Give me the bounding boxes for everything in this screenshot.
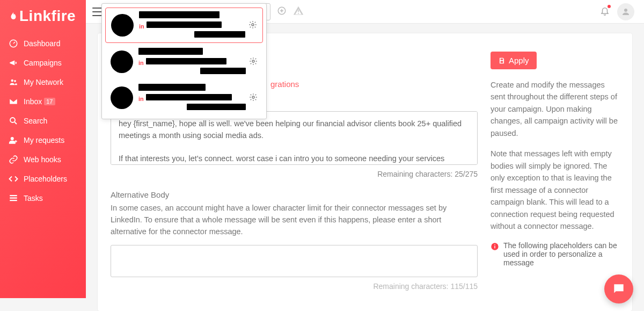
account-option[interactable]: in xyxy=(105,8,263,43)
sidebar-item-label: My Network xyxy=(24,78,63,86)
code-icon xyxy=(8,174,19,184)
sidebar-item-campaigns[interactable]: Campaigns xyxy=(0,54,86,73)
user-icon xyxy=(621,7,631,17)
brand-logo: Linkfire xyxy=(0,0,86,34)
sidebar-item-label: Tasks xyxy=(24,194,43,202)
account-avatar xyxy=(111,50,133,73)
gear-icon[interactable] xyxy=(249,57,258,67)
sidebar-item-tasks[interactable]: Tasks xyxy=(0,189,86,208)
chat-icon xyxy=(612,282,626,296)
user-plus-icon xyxy=(8,135,19,145)
svg-point-15 xyxy=(252,24,254,26)
warning-icon[interactable] xyxy=(293,5,304,18)
sidebar-item-requests[interactable]: My requests xyxy=(0,131,86,150)
side-description-2: Note that messages left with empty bodie… xyxy=(491,148,619,232)
sidebar-item-search[interactable]: Search xyxy=(0,112,86,131)
sidebar-item-label: Dashboard xyxy=(24,39,61,48)
search-icon xyxy=(8,116,19,126)
sidebar-item-label: Placeholders xyxy=(24,175,67,183)
sidebar-item-dashboard[interactable]: Dashboard xyxy=(0,34,86,54)
gear-icon[interactable] xyxy=(249,93,258,103)
body-char-count: Remaining characters: 25/275 xyxy=(111,170,478,178)
sidebar-item-webhooks[interactable]: Web hooks xyxy=(0,150,86,170)
svg-rect-5 xyxy=(10,195,17,196)
apply-button-label: Apply xyxy=(509,56,529,65)
notifications-button[interactable] xyxy=(600,6,610,17)
account-avatar xyxy=(111,14,134,37)
sidebar-item-label: Campaigns xyxy=(24,59,62,67)
svg-rect-6 xyxy=(10,198,17,199)
megaphone-icon xyxy=(8,58,19,68)
linkedin-icon: in xyxy=(138,96,144,102)
sidebar-item-label: Web hooks xyxy=(24,155,61,164)
add-button[interactable] xyxy=(277,6,287,17)
svg-rect-7 xyxy=(10,200,17,201)
linkedin-icon: in xyxy=(138,60,144,66)
account-avatar xyxy=(111,86,133,109)
envelope-icon xyxy=(8,97,19,106)
gear-icon[interactable] xyxy=(248,20,257,31)
chat-fab[interactable] xyxy=(604,274,633,303)
alt-char-count: Remaining characters: 115/115 xyxy=(111,282,478,291)
account-option[interactable]: in xyxy=(105,81,263,115)
account-option[interactable]: in xyxy=(105,45,263,79)
notification-dot xyxy=(608,5,611,8)
svg-rect-13 xyxy=(494,245,495,248)
placeholder-info: The following placeholders can be used i… xyxy=(491,241,619,267)
svg-point-4 xyxy=(11,137,14,140)
alt-body-textarea[interactable] xyxy=(111,245,478,277)
user-avatar[interactable] xyxy=(617,3,634,20)
svg-point-1 xyxy=(11,79,14,82)
users-icon xyxy=(8,77,19,87)
svg-point-11 xyxy=(624,9,627,12)
svg-point-3 xyxy=(10,118,15,122)
sidebar-item-label: Search xyxy=(24,117,47,125)
flame-icon xyxy=(9,10,18,22)
svg-rect-9 xyxy=(298,10,299,12)
link-icon xyxy=(8,155,19,164)
info-icon xyxy=(491,242,499,253)
svg-rect-14 xyxy=(494,244,495,245)
sidebar-item-label: My requests xyxy=(24,136,64,144)
tasks-icon xyxy=(8,193,19,203)
side-description-1: Create and modify the messages sent thro… xyxy=(491,79,619,139)
sidebar-item-network[interactable]: My Network xyxy=(0,73,86,92)
account-dropdown: in in in xyxy=(101,3,267,119)
alt-body-label: Alternative Body xyxy=(111,190,478,199)
sidebar-item-placeholders[interactable]: Placeholders xyxy=(0,170,86,189)
svg-point-16 xyxy=(252,60,254,62)
linkedin-icon: in xyxy=(139,23,144,30)
inbox-badge: 17 xyxy=(44,98,55,105)
sidebar-item-label: Inbox xyxy=(24,97,42,106)
apply-button[interactable]: Apply xyxy=(491,52,537,69)
info-text: The following placeholders can be used i… xyxy=(503,241,619,267)
dashboard-icon xyxy=(8,39,19,48)
sidebar: Linkfire Dashboard Campaigns My Network … xyxy=(0,0,86,298)
svg-rect-10 xyxy=(298,13,299,14)
body-textarea[interactable] xyxy=(111,111,478,165)
sidebar-item-inbox[interactable]: Inbox 17 xyxy=(0,92,86,112)
svg-point-2 xyxy=(14,80,16,82)
tab-integrations-partial[interactable]: grations xyxy=(270,79,299,89)
save-icon xyxy=(498,57,506,64)
alt-body-description: In some cases, an account might have a l… xyxy=(111,202,478,237)
svg-point-17 xyxy=(252,96,254,98)
